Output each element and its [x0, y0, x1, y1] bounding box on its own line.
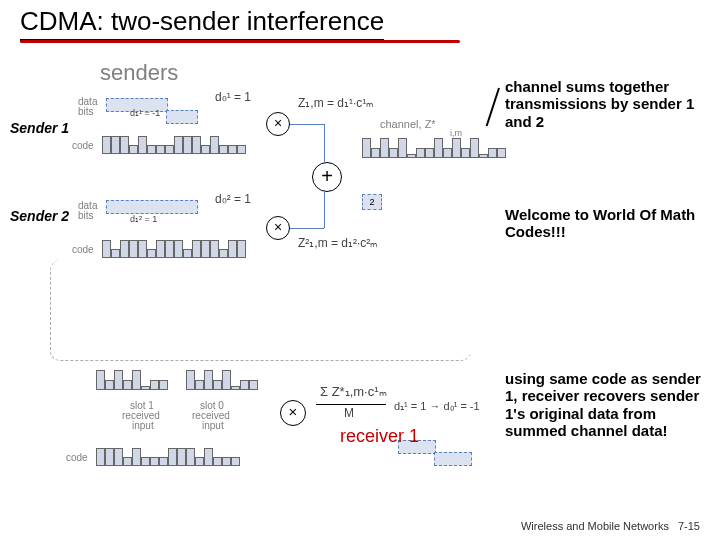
sender1-bits-label: bits [78, 106, 94, 117]
recv-code-chips [96, 448, 240, 466]
line-s2-to-add [290, 228, 324, 229]
channel-label: channel, Z* [380, 118, 436, 130]
channel-im: i,m [450, 128, 462, 138]
recv-slot0-chips [186, 370, 258, 390]
channel-adder: + [312, 162, 342, 192]
sum-formula: Σ Z*₁,m·c¹ₘ [320, 384, 387, 399]
sender1-code-chips [102, 136, 246, 154]
annotation-receiver: using same code as sender 1, receiver re… [505, 370, 705, 439]
sender2-code-chips [102, 240, 246, 258]
frac-line [316, 404, 386, 405]
z1-formula: Z₁,m = d₁¹·c¹ₘ [298, 96, 373, 110]
sender2-d1-formula: d₁² = 1 [130, 214, 157, 224]
recv-out-formula: d₁¹ = 1 → d₀¹ = -1 [394, 400, 480, 413]
annotation-channel-sum: channel sums together transmissions by s… [505, 78, 705, 130]
sender2-bits-label: bits [78, 210, 94, 221]
recv-code-label: code [66, 452, 88, 463]
page-title: CDMA: two-sender interference [20, 6, 384, 41]
footer-text: Wireless and Mobile Networks [521, 520, 669, 532]
recv-slot1-chips [96, 370, 168, 390]
recv-out-slot0 [434, 452, 472, 466]
annotation-welcome: Welcome to World Of Math Codes!!! [505, 206, 705, 241]
line-s2-up [324, 190, 325, 228]
channel-sum-box: 2 [362, 194, 382, 210]
line-s1-down [324, 124, 325, 164]
feedback-arc [50, 260, 471, 361]
channel-chips [362, 138, 506, 158]
footer: Wireless and Mobile Networks 7-15 [521, 520, 700, 532]
sender1-code-label: code [72, 140, 94, 151]
sender2-multiply: × [266, 216, 290, 240]
sender2-d0-formula: d₀² = 1 [215, 192, 251, 206]
receiver-heading: receiver 1 [340, 426, 419, 447]
sender1-d0-formula: d₀¹ = 1 [215, 90, 251, 104]
sender1-label: Sender 1 [10, 120, 69, 136]
z2-formula: Z²₁,m = d₁²·c²ₘ [298, 236, 377, 250]
sender1-d1-formula: d₁¹ = -1 [130, 108, 160, 118]
M-formula: M [344, 406, 354, 420]
page-number: 7-15 [678, 520, 700, 532]
sender2-databit [106, 200, 198, 214]
recv-slot0-label3: input [202, 420, 224, 431]
sender2-label: Sender 2 [10, 208, 69, 224]
sender2-code-label: code [72, 244, 94, 255]
receiver-multiply: × [280, 400, 306, 426]
red-underline [20, 40, 460, 43]
recv-slot1-label3: input [132, 420, 154, 431]
sender1-databit-lo [166, 110, 198, 124]
senders-heading: senders [100, 60, 178, 86]
sender1-multiply: × [266, 112, 290, 136]
line-s1-to-add [290, 124, 324, 125]
pointer-line [486, 88, 500, 127]
